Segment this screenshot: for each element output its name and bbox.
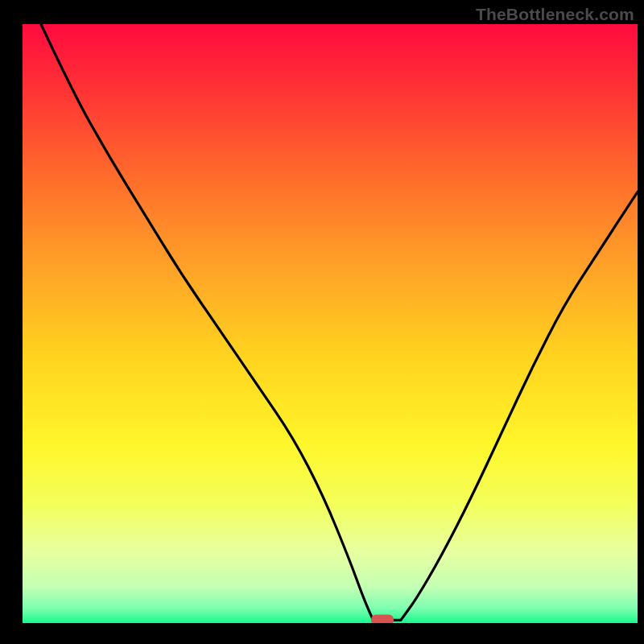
chart-frame: TheBottleneck.com [0,0,644,644]
watermark-text: TheBottleneck.com [476,5,634,24]
minimum-marker [371,615,394,623]
bottleneck-curve [23,24,638,623]
plot-area [23,24,638,623]
